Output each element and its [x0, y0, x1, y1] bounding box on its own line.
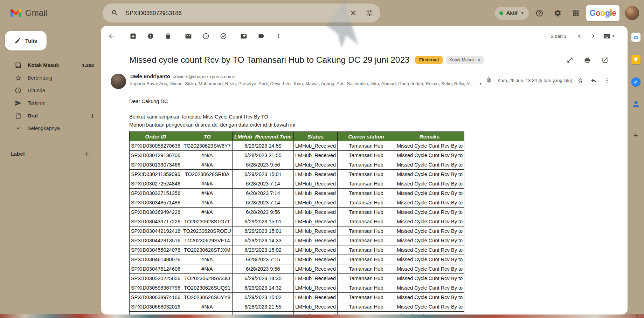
- table-cell: Tamansari Hub: [338, 293, 395, 302]
- contacts-app-button[interactable]: [631, 100, 641, 109]
- delete-button[interactable]: [161, 29, 175, 43]
- contacts-person-icon: [631, 100, 640, 110]
- sidebar-item-label: Kotak Masuk: [28, 62, 59, 68]
- table-cell: #N/A: [182, 312, 233, 315]
- table-header-cell: Curren station: [338, 132, 395, 141]
- table-cell: SPXID030598967796: [130, 283, 182, 293]
- table-cell: Tamansari Hub: [338, 226, 395, 236]
- gmail-logo[interactable]: Gmail: [11, 0, 47, 26]
- external-badge: Eksternal: [415, 56, 443, 64]
- table-cell: LMHub_Received: [294, 236, 338, 245]
- table-cell: SPXID030442192416: [130, 226, 182, 236]
- labels-button[interactable]: [254, 29, 268, 43]
- expand-all-button[interactable]: [563, 53, 576, 67]
- inbox-label-chip[interactable]: Kotak Masuk ✕: [446, 56, 484, 64]
- table-cell: Tamansari Hub: [338, 283, 395, 293]
- table-cell: #N/A: [182, 179, 233, 189]
- search-button[interactable]: [107, 5, 123, 21]
- add-to-tasks-button[interactable]: [216, 29, 230, 43]
- table-cell: SPXID030348571486: [130, 198, 182, 208]
- remove-label-icon[interactable]: ✕: [477, 57, 480, 62]
- mark-unread-button[interactable]: [181, 29, 195, 43]
- table-cell: Tamansari Hub: [338, 236, 395, 245]
- sidebar-item-starred[interactable]: Berbintang: [0, 72, 101, 84]
- table-cell: 6/29/2023 14:32: [233, 283, 294, 293]
- attachment-button[interactable]: [482, 74, 496, 87]
- sidebar-item-drafts[interactable]: Draf 1: [0, 109, 101, 122]
- show-side-panel-chevron[interactable]: ›: [636, 311, 638, 318]
- help-button[interactable]: [532, 5, 547, 21]
- table-row: SPXID030442813516TO20230629SVFT46/29/202…: [130, 236, 464, 245]
- apps-grid-button[interactable]: [568, 5, 583, 21]
- sidebar-item-more[interactable]: Selengkapnya: [0, 122, 101, 135]
- add-addon-button[interactable]: +: [633, 131, 638, 140]
- table-cell: Missed Cycle Cunt Rcv By to: [395, 226, 464, 236]
- gmail-wordmark: Gmail: [25, 8, 47, 18]
- table-cell: 6/29/2023 14:33: [233, 236, 294, 245]
- table-cell: LMHub_Received: [294, 264, 338, 274]
- sidebar-item-sent[interactable]: Terkirim: [0, 97, 101, 109]
- sender-row: Dwie Endriyanto <dwie.e@shopee-xpress.co…: [101, 74, 628, 89]
- google-logo[interactable]: Google: [586, 5, 619, 21]
- snooze-button[interactable]: [199, 29, 213, 43]
- table-cell: LMHub_Received: [294, 179, 338, 189]
- show-details-icon[interactable]: ▼: [479, 82, 482, 86]
- labels-header: Label: [11, 151, 25, 157]
- table-cell: Tamansari Hub: [338, 245, 395, 255]
- inbox-icon: [15, 62, 22, 69]
- sidebar-item-snoozed[interactable]: Ditunda: [0, 84, 101, 97]
- sender-avatar[interactable]: [111, 74, 126, 89]
- google-letter: e: [612, 8, 616, 18]
- table-row: SPXID030327151356#N/A6/28/2023 7:14LMHub…: [130, 189, 464, 198]
- more-options-button[interactable]: [272, 29, 286, 43]
- table-cell: Tamansari Hub: [338, 208, 395, 217]
- clock-icon: [15, 87, 22, 94]
- search-options-button[interactable]: [361, 5, 378, 21]
- add-label-button[interactable]: +: [81, 148, 92, 160]
- table-cell: Missed Cycle Cunt Rcv By to: [395, 217, 464, 226]
- table-cell: 6/29/2023 15:02: [233, 293, 294, 302]
- sidebar: Tulis Kotak Masuk 1.263 Berbintang Ditun…: [0, 26, 101, 314]
- active-status-dot: [499, 11, 503, 15]
- reply-button[interactable]: [587, 74, 600, 87]
- status-chip[interactable]: Aktif ▼: [495, 7, 529, 20]
- table-cell: 6/29/2023 15:01: [233, 217, 294, 226]
- search-input[interactable]: [123, 10, 345, 16]
- settings-button[interactable]: [550, 5, 565, 21]
- table-cell: Missed Cycle Cunt Rcv By to: [395, 245, 464, 255]
- table-cell: Missed Cycle Cunt Rcv By to: [395, 198, 464, 208]
- sidebar-item-inbox[interactable]: Kotak Masuk 1.263: [0, 59, 101, 72]
- star-message-button[interactable]: [574, 74, 587, 87]
- open-in-new-button[interactable]: [598, 53, 611, 67]
- star-icon: [15, 74, 22, 81]
- table-row: SPXID030442192416TO20230628SROEU6/29/202…: [130, 226, 464, 236]
- table-cell: TO20230629SVFT4: [182, 236, 233, 245]
- chevron-down-icon: [15, 125, 22, 132]
- email-body: Dear Cakung DC Berikut kami lampirkan te…: [101, 99, 628, 314]
- archive-button[interactable]: [126, 29, 140, 43]
- google-letter: o: [596, 8, 601, 18]
- profile-avatar[interactable]: [625, 6, 639, 20]
- subject-row: Missed cycle count Rcv by TO Tamansari H…: [101, 46, 628, 67]
- top-bar: Gmail Aktif ▼: [0, 0, 644, 26]
- tasks-app-button[interactable]: ✓: [631, 77, 641, 87]
- keep-app-button[interactable]: [631, 55, 641, 65]
- calendar-app-button[interactable]: 31: [631, 32, 641, 42]
- input-tools-button[interactable]: ▼: [603, 32, 615, 40]
- table-cell: SPXID030129136706: [130, 151, 182, 160]
- table-cell: 6/28/2023 9:56: [233, 160, 294, 170]
- newer-email-button[interactable]: [572, 29, 586, 43]
- back-button[interactable]: [104, 29, 118, 43]
- table-cell: 6/29/2023 14:30: [233, 274, 294, 283]
- expand-icon: [567, 57, 573, 63]
- message-more-button[interactable]: [600, 74, 614, 87]
- table-header-cell: TO: [182, 132, 233, 141]
- print-button[interactable]: [581, 53, 594, 67]
- clear-search-button[interactable]: [345, 5, 361, 21]
- table-cell: Missed Cycle Cunt Rcv By to: [395, 312, 464, 315]
- older-email-button[interactable]: [586, 29, 600, 43]
- report-spam-button[interactable]: [144, 29, 158, 43]
- report-spam-icon: [147, 33, 154, 40]
- compose-button[interactable]: Tulis: [5, 31, 47, 50]
- move-to-button[interactable]: [237, 29, 251, 43]
